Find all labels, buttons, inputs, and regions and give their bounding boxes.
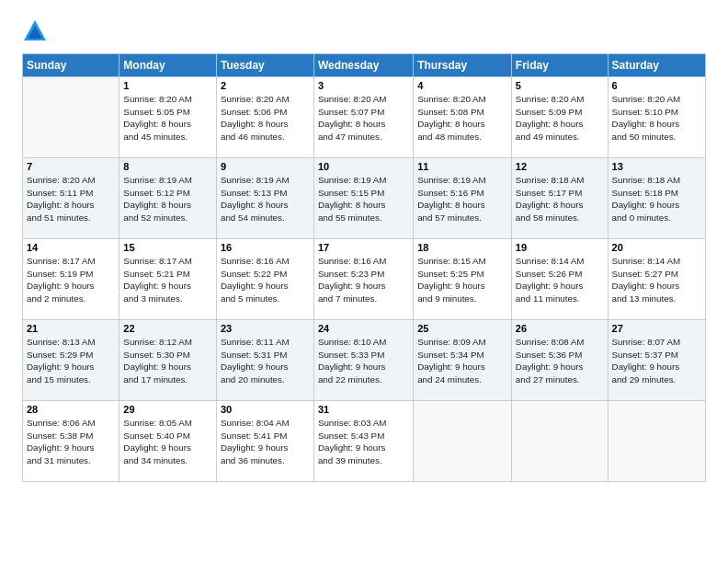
day-number: 28 (27, 404, 115, 415)
col-header-friday: Friday (511, 54, 608, 77)
calendar-cell: 6Sunrise: 8:20 AMSunset: 5:10 PMDaylight… (608, 77, 705, 158)
col-header-tuesday: Tuesday (216, 54, 313, 77)
day-info: Sunrise: 8:20 AMSunset: 5:09 PMDaylight:… (516, 93, 604, 144)
day-number: 8 (123, 161, 212, 172)
day-number: 7 (27, 161, 115, 172)
calendar-cell: 3Sunrise: 8:20 AMSunset: 5:07 PMDaylight… (313, 77, 413, 158)
day-number: 10 (318, 161, 409, 172)
calendar-cell: 20Sunrise: 8:14 AMSunset: 5:27 PMDayligh… (608, 239, 705, 320)
calendar-cell: 21Sunrise: 8:13 AMSunset: 5:29 PMDayligh… (23, 320, 119, 401)
calendar-week-row: 14Sunrise: 8:17 AMSunset: 5:19 PMDayligh… (23, 239, 706, 320)
calendar-cell: 26Sunrise: 8:08 AMSunset: 5:36 PMDayligh… (511, 320, 608, 401)
calendar-cell: 24Sunrise: 8:10 AMSunset: 5:33 PMDayligh… (313, 320, 413, 401)
day-info: Sunrise: 8:15 AMSunset: 5:25 PMDaylight:… (417, 255, 507, 305)
calendar-cell: 5Sunrise: 8:20 AMSunset: 5:09 PMDaylight… (511, 77, 608, 158)
day-number: 13 (612, 161, 701, 172)
day-info: Sunrise: 8:10 AMSunset: 5:33 PMDaylight:… (318, 336, 409, 386)
day-info: Sunrise: 8:19 AMSunset: 5:15 PMDaylight:… (318, 174, 409, 224)
calendar-cell: 29Sunrise: 8:05 AMSunset: 5:40 PMDayligh… (119, 401, 217, 482)
day-number: 12 (516, 161, 604, 172)
calendar-cell: 25Sunrise: 8:09 AMSunset: 5:34 PMDayligh… (414, 320, 512, 401)
day-number: 21 (27, 323, 115, 334)
day-info: Sunrise: 8:05 AMSunset: 5:40 PMDaylight:… (123, 417, 212, 467)
col-header-saturday: Saturday (608, 54, 705, 77)
day-number: 16 (221, 242, 310, 253)
day-info: Sunrise: 8:20 AMSunset: 5:07 PMDaylight:… (318, 93, 409, 144)
day-info: Sunrise: 8:07 AMSunset: 5:37 PMDaylight:… (612, 336, 701, 386)
day-info: Sunrise: 8:17 AMSunset: 5:19 PMDaylight:… (27, 255, 115, 305)
header (22, 18, 706, 44)
day-number: 3 (318, 80, 409, 91)
day-number: 9 (221, 161, 310, 172)
day-info: Sunrise: 8:16 AMSunset: 5:22 PMDaylight:… (221, 255, 310, 305)
calendar-cell: 10Sunrise: 8:19 AMSunset: 5:15 PMDayligh… (313, 158, 413, 239)
logo-icon (22, 18, 48, 44)
day-number: 24 (318, 323, 409, 334)
calendar-cell: 11Sunrise: 8:19 AMSunset: 5:16 PMDayligh… (414, 158, 512, 239)
calendar-table: SundayMondayTuesdayWednesdayThursdayFrid… (22, 53, 706, 482)
day-number: 4 (417, 80, 507, 91)
calendar-week-row: 21Sunrise: 8:13 AMSunset: 5:29 PMDayligh… (23, 320, 706, 401)
day-number: 22 (123, 323, 212, 334)
day-number: 6 (612, 80, 701, 91)
calendar-cell: 12Sunrise: 8:18 AMSunset: 5:17 PMDayligh… (511, 158, 608, 239)
day-info: Sunrise: 8:19 AMSunset: 5:16 PMDaylight:… (417, 174, 507, 224)
day-number: 2 (221, 80, 310, 91)
day-info: Sunrise: 8:20 AMSunset: 5:06 PMDaylight:… (221, 93, 310, 144)
calendar-cell: 17Sunrise: 8:16 AMSunset: 5:23 PMDayligh… (313, 239, 413, 320)
day-number: 14 (27, 242, 115, 253)
calendar-cell (23, 77, 119, 158)
calendar-cell: 30Sunrise: 8:04 AMSunset: 5:41 PMDayligh… (216, 401, 313, 482)
day-number: 25 (417, 323, 507, 334)
day-info: Sunrise: 8:11 AMSunset: 5:31 PMDaylight:… (221, 336, 310, 386)
day-number: 11 (417, 161, 507, 172)
col-header-wednesday: Wednesday (313, 54, 413, 77)
calendar-cell (608, 401, 705, 482)
calendar-cell: 15Sunrise: 8:17 AMSunset: 5:21 PMDayligh… (119, 239, 217, 320)
day-info: Sunrise: 8:20 AMSunset: 5:05 PMDaylight:… (123, 93, 212, 144)
day-info: Sunrise: 8:18 AMSunset: 5:17 PMDaylight:… (516, 174, 604, 224)
col-header-sunday: Sunday (23, 54, 119, 77)
day-info: Sunrise: 8:20 AMSunset: 5:11 PMDaylight:… (27, 174, 115, 224)
calendar-cell: 31Sunrise: 8:03 AMSunset: 5:43 PMDayligh… (313, 401, 413, 482)
calendar-week-row: 28Sunrise: 8:06 AMSunset: 5:38 PMDayligh… (23, 401, 706, 482)
day-number: 20 (612, 242, 701, 253)
calendar-cell (414, 401, 512, 482)
day-info: Sunrise: 8:03 AMSunset: 5:43 PMDaylight:… (318, 417, 409, 467)
day-info: Sunrise: 8:13 AMSunset: 5:29 PMDaylight:… (27, 336, 115, 386)
col-header-monday: Monday (119, 54, 217, 77)
day-number: 1 (123, 80, 212, 91)
page: SundayMondayTuesdayWednesdayThursdayFrid… (0, 0, 728, 563)
day-number: 30 (221, 404, 310, 415)
day-info: Sunrise: 8:09 AMSunset: 5:34 PMDaylight:… (417, 336, 507, 386)
calendar-cell: 14Sunrise: 8:17 AMSunset: 5:19 PMDayligh… (23, 239, 119, 320)
day-number: 26 (516, 323, 604, 334)
day-info: Sunrise: 8:16 AMSunset: 5:23 PMDaylight:… (318, 255, 409, 305)
calendar-cell: 22Sunrise: 8:12 AMSunset: 5:30 PMDayligh… (119, 320, 217, 401)
calendar-cell: 27Sunrise: 8:07 AMSunset: 5:37 PMDayligh… (608, 320, 705, 401)
col-header-thursday: Thursday (414, 54, 512, 77)
day-info: Sunrise: 8:04 AMSunset: 5:41 PMDaylight:… (221, 417, 310, 467)
calendar-cell: 28Sunrise: 8:06 AMSunset: 5:38 PMDayligh… (23, 401, 119, 482)
calendar-cell: 18Sunrise: 8:15 AMSunset: 5:25 PMDayligh… (414, 239, 512, 320)
day-info: Sunrise: 8:19 AMSunset: 5:12 PMDaylight:… (123, 174, 212, 224)
calendar-header-row: SundayMondayTuesdayWednesdayThursdayFrid… (23, 54, 706, 77)
day-info: Sunrise: 8:14 AMSunset: 5:26 PMDaylight:… (516, 255, 604, 305)
day-info: Sunrise: 8:14 AMSunset: 5:27 PMDaylight:… (612, 255, 701, 305)
day-number: 5 (516, 80, 604, 91)
day-number: 23 (221, 323, 310, 334)
calendar-cell: 16Sunrise: 8:16 AMSunset: 5:22 PMDayligh… (216, 239, 313, 320)
calendar-cell: 23Sunrise: 8:11 AMSunset: 5:31 PMDayligh… (216, 320, 313, 401)
day-number: 29 (123, 404, 212, 415)
calendar-cell: 19Sunrise: 8:14 AMSunset: 5:26 PMDayligh… (511, 239, 608, 320)
day-number: 31 (318, 404, 409, 415)
day-number: 27 (612, 323, 701, 334)
day-info: Sunrise: 8:20 AMSunset: 5:10 PMDaylight:… (612, 93, 701, 144)
day-info: Sunrise: 8:17 AMSunset: 5:21 PMDaylight:… (123, 255, 212, 305)
calendar-cell: 7Sunrise: 8:20 AMSunset: 5:11 PMDaylight… (23, 158, 119, 239)
calendar-cell: 1Sunrise: 8:20 AMSunset: 5:05 PMDaylight… (119, 77, 217, 158)
day-number: 19 (516, 242, 604, 253)
calendar-cell: 4Sunrise: 8:20 AMSunset: 5:08 PMDaylight… (414, 77, 512, 158)
logo (22, 18, 51, 44)
calendar-week-row: 1Sunrise: 8:20 AMSunset: 5:05 PMDaylight… (23, 77, 706, 158)
